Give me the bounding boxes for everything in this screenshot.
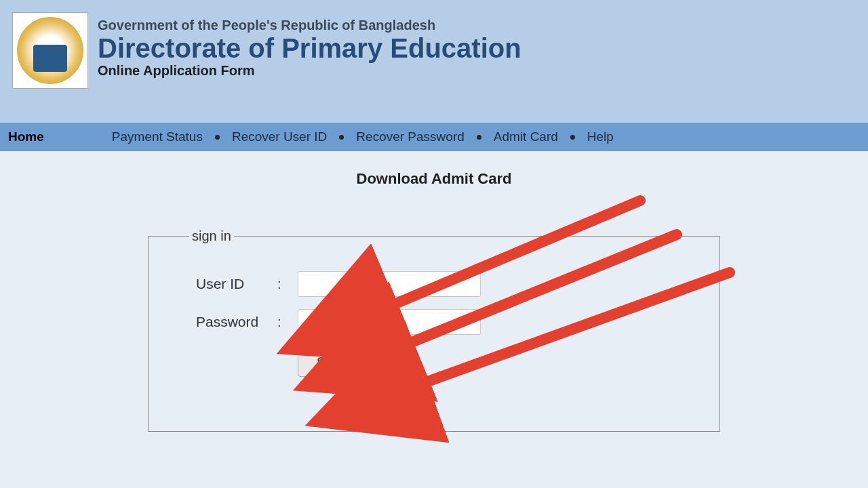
page-title: Download Admit Card — [0, 170, 868, 188]
nav-help[interactable]: Help — [587, 129, 614, 144]
nav-home[interactable]: Home — [8, 129, 44, 144]
gov-logo-emblem — [17, 17, 83, 84]
nav-separator-icon — [339, 135, 344, 140]
nav-separator-icon — [477, 135, 481, 140]
submit-button[interactable]: Submit — [298, 347, 382, 377]
header: Government of the People's Republic of B… — [0, 0, 868, 123]
signin-legend: sign in — [189, 228, 234, 244]
nav-recover-user-id[interactable]: Recover User ID — [232, 129, 327, 144]
nav-separator-icon — [570, 135, 575, 140]
password-row: Password : — [196, 309, 679, 335]
user-id-label: User ID — [196, 276, 277, 292]
submit-row: Submit — [298, 347, 679, 377]
gov-logo — [12, 12, 88, 89]
signin-fieldset: sign in User ID : Password : Submit — [148, 228, 720, 432]
nav-admit-card[interactable]: Admit Card — [494, 129, 558, 144]
content-area: Download Admit Card sign in User ID : Pa… — [0, 151, 868, 432]
subtitle: Online Application Form — [98, 63, 521, 79]
password-input[interactable] — [298, 309, 481, 335]
nav-bar: Home Payment Status Recover User ID Reco… — [0, 123, 868, 151]
header-text-block: Government of the People's Republic of B… — [98, 12, 521, 79]
colon: : — [277, 314, 298, 330]
nav-separator-icon — [215, 135, 220, 140]
colon: : — [277, 277, 298, 292]
user-id-row: User ID : — [196, 271, 679, 297]
user-id-input[interactable] — [298, 271, 481, 297]
password-label: Password — [196, 314, 277, 330]
directorate-title: Directorate of Primary Education — [98, 33, 521, 63]
nav-payment-status[interactable]: Payment Status — [112, 129, 203, 144]
nav-recover-password[interactable]: Recover Password — [356, 129, 464, 144]
gov-line: Government of the People's Republic of B… — [98, 18, 521, 33]
